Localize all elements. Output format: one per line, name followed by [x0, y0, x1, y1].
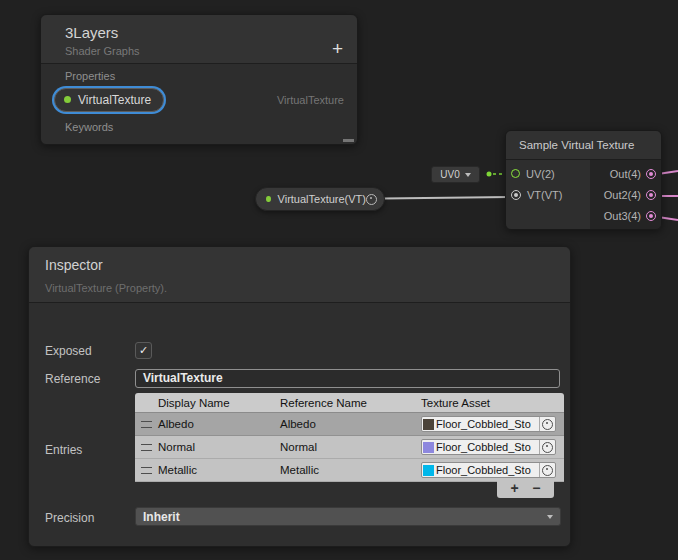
out2-label: Out2(4) [604, 189, 641, 201]
texture-asset-field[interactable]: Floor_Cobbled_Sto [421, 462, 556, 478]
property-type-dot-icon [266, 196, 271, 202]
reference-name-cell[interactable]: Normal [280, 441, 421, 453]
column-texture-asset: Texture Asset [421, 397, 564, 409]
virtualtexture-property-node[interactable]: VirtualTexture(VT) [255, 187, 385, 211]
texture-swatch [423, 465, 434, 476]
precision-value: Inherit [143, 510, 180, 524]
object-picker-icon[interactable] [542, 442, 553, 453]
texture-asset-name: Floor_Cobbled_Sto [436, 464, 539, 476]
inspector-subtitle: VirtualTexture (Property). [45, 282, 554, 294]
texture-swatch [423, 419, 434, 430]
blackboard-panel: 3Layers + Shader Graphs Properties Virtu… [40, 14, 358, 145]
uv-input-port-icon[interactable] [511, 169, 520, 178]
node-outputs: Out(4) Out2(4) Out3(4) [590, 160, 661, 229]
output-row-2: Out2(4) [590, 184, 661, 205]
vt-input-port-icon[interactable] [511, 190, 521, 200]
output-row-3: Out3(4) [590, 205, 661, 226]
precision-label: Precision [45, 511, 94, 525]
texture-swatch [423, 442, 434, 453]
out3-label: Out3(4) [604, 210, 641, 222]
column-reference-name: Reference Name [280, 397, 421, 409]
object-picker-icon[interactable] [542, 419, 553, 430]
out1-label: Out(4) [610, 168, 641, 180]
display-name-cell[interactable]: Albedo [158, 418, 280, 430]
entries-table: Display Name Reference Name Texture Asse… [135, 393, 564, 482]
texture-asset-name: Floor_Cobbled_Sto [436, 418, 539, 430]
node-inputs: UV(2) VT(VT) [506, 160, 590, 229]
column-display-name: Display Name [158, 397, 280, 409]
remove-entry-button[interactable]: − [532, 479, 540, 497]
drag-handle-icon[interactable] [141, 467, 152, 474]
vt-input-label: VT(VT) [527, 189, 562, 201]
object-picker-icon[interactable] [542, 465, 553, 476]
property-node-label: VirtualTexture(VT) [278, 193, 366, 205]
vt-wire[interactable] [383, 197, 510, 199]
uv-default-dot-icon [487, 172, 492, 177]
property-type-dot-icon [64, 96, 71, 103]
node-body: UV(2) VT(VT) Out(4) Out2(4) Out3(4) [506, 160, 661, 229]
input-row-uv: UV(2) [506, 163, 590, 184]
texture-asset-field[interactable]: Floor_Cobbled_Sto [421, 439, 556, 455]
chevron-down-icon [465, 173, 471, 177]
out2-port-icon[interactable] [646, 190, 656, 200]
precision-dropdown[interactable]: Inherit [135, 507, 561, 526]
inspector-header: Inspector VirtualTexture (Property). [29, 247, 570, 303]
drag-handle-icon[interactable] [141, 444, 152, 451]
out3-port-icon[interactable] [646, 211, 656, 221]
sample-virtual-texture-node[interactable]: Sample Virtual Texture UV(2) VT(VT) Out(… [505, 130, 662, 230]
texture-asset-field[interactable]: Floor_Cobbled_Sto [421, 416, 556, 432]
output-port-icon[interactable] [366, 194, 377, 205]
property-row: VirtualTexture VirtualTexture [41, 84, 357, 115]
uv-input-label: UV(2) [526, 168, 555, 180]
property-pill-virtualtexture[interactable]: VirtualTexture [54, 88, 164, 112]
graph-subtitle: Shader Graphs [65, 45, 343, 57]
exposed-label: Exposed [45, 344, 92, 358]
graph-title: 3Layers [65, 24, 343, 41]
property-pill-label: VirtualTexture [78, 93, 151, 107]
keywords-section-label: Keywords [41, 115, 357, 135]
display-name-cell[interactable]: Metallic [158, 464, 280, 476]
reference-label: Reference [45, 372, 100, 386]
reference-name-cell[interactable]: Albedo [280, 418, 421, 430]
output-row-1: Out(4) [590, 163, 661, 184]
out1-port-icon[interactable] [646, 169, 656, 179]
property-type-label: VirtualTexture [277, 94, 344, 106]
table-row-normal[interactable]: Normal Normal Floor_Cobbled_Sto [135, 436, 564, 459]
entries-label: Entries [45, 443, 82, 457]
chevron-down-icon [547, 515, 553, 519]
reference-input[interactable]: VirtualTexture [135, 369, 560, 388]
list-footer: + − [497, 478, 554, 498]
checkmark-icon: ✓ [139, 344, 148, 357]
add-property-button[interactable]: + [332, 41, 343, 57]
uv-channel-value: UV0 [440, 169, 459, 180]
inspector-panel: Inspector VirtualTexture (Property). Exp… [28, 246, 571, 547]
uv-channel-dropdown[interactable]: UV0 [431, 166, 480, 183]
exposed-checkbox[interactable]: ✓ [135, 342, 152, 359]
drag-handle-icon[interactable] [141, 421, 152, 428]
texture-asset-name: Floor_Cobbled_Sto [436, 441, 539, 453]
node-title: Sample Virtual Texture [506, 131, 661, 160]
display-name-cell[interactable]: Normal [158, 441, 280, 453]
table-row-albedo[interactable]: Albedo Albedo Floor_Cobbled_Sto [135, 413, 564, 436]
reference-name-cell[interactable]: Metallic [280, 464, 421, 476]
properties-section-label: Properties [41, 64, 357, 84]
blackboard-header[interactable]: 3Layers + Shader Graphs [41, 15, 357, 64]
resize-handle[interactable] [343, 139, 354, 142]
table-header-row: Display Name Reference Name Texture Asse… [135, 393, 564, 413]
inspector-title: Inspector [45, 257, 554, 273]
add-entry-button[interactable]: + [511, 479, 519, 497]
input-row-vt: VT(VT) [506, 184, 590, 205]
